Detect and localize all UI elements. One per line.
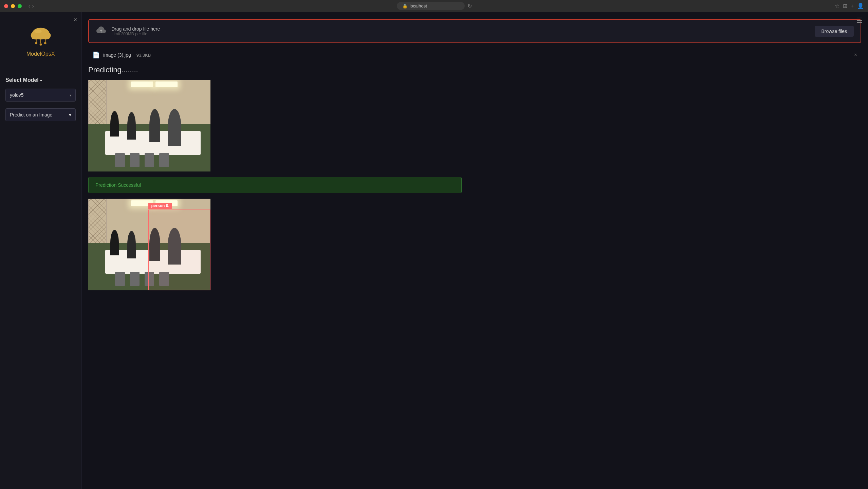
- url-text: localhost: [410, 3, 427, 8]
- chair-2: [130, 153, 140, 167]
- profile-icon[interactable]: 👤: [857, 3, 864, 9]
- file-remove-button[interactable]: ×: [854, 52, 857, 58]
- svg-point-7: [35, 42, 37, 44]
- model-select[interactable]: yolov5 ▾: [5, 89, 76, 102]
- sidebar-divider: [5, 70, 76, 70]
- lock-icon: 🔒: [402, 3, 408, 8]
- logo-model-text: Model: [26, 51, 41, 57]
- upload-text-block: Drag and drop file here Limit 200MB per …: [111, 26, 160, 36]
- svg-point-8: [39, 43, 42, 46]
- logo-opsx-text: OpsX: [41, 51, 55, 57]
- person-2: [127, 112, 136, 140]
- upload-area[interactable]: Drag and drop file here Limit 200MB per …: [88, 19, 861, 43]
- ceiling-light-2: [155, 82, 178, 87]
- chair-4: [159, 153, 169, 167]
- result-scene: person 0.: [88, 199, 210, 290]
- select-model-label: Select Model -: [5, 77, 76, 83]
- forward-button[interactable]: ›: [32, 3, 34, 9]
- sidebar: × ModelOpsX: [0, 12, 81, 489]
- file-size: 93.3KB: [136, 53, 151, 58]
- file-icon: 📄: [92, 51, 100, 59]
- predict-mode-select[interactable]: Predict on an Image ▾: [5, 108, 76, 121]
- result-chair-2: [130, 272, 140, 286]
- result-person-1: [110, 230, 119, 256]
- result-image-container: person 0.: [88, 199, 210, 290]
- extensions-icon[interactable]: ⊞: [843, 3, 847, 9]
- close-window-button[interactable]: [4, 4, 8, 8]
- browser-right-controls: ☆ ⊞ + 👤: [835, 3, 864, 9]
- upload-left: Drag and drop file here Limit 200MB per …: [96, 25, 160, 37]
- person-3: [149, 109, 160, 142]
- ceiling-light-1: [131, 82, 153, 87]
- browser-controls: ‹ ›: [4, 3, 34, 9]
- plus-icon[interactable]: +: [851, 3, 854, 9]
- bookmark-icon[interactable]: ☆: [835, 3, 839, 9]
- predict-mode-value: Predict on an Image: [10, 112, 52, 117]
- predict-mode-chevron: ▾: [69, 112, 71, 117]
- person-4: [168, 109, 181, 146]
- detection-label: person 0.: [148, 203, 172, 209]
- main-menu-icon[interactable]: ☰: [856, 16, 863, 24]
- file-row: 📄 image (3).jpg 93.3KB ×: [88, 49, 861, 61]
- chair-3: [145, 153, 154, 167]
- browse-files-button[interactable]: Browse files: [815, 26, 854, 37]
- reload-icon[interactable]: ↻: [467, 3, 472, 9]
- result-lattice: [88, 199, 107, 249]
- model-select-chevron: ▾: [70, 93, 71, 97]
- logo-container: ModelOpsX: [5, 18, 76, 67]
- browser-center: 🔒 localhost ↻: [397, 2, 472, 10]
- upload-cloud-icon: [96, 25, 107, 37]
- original-scene: [88, 80, 210, 171]
- original-image-container: [88, 80, 210, 171]
- result-person-2: [127, 231, 136, 258]
- detection-box-person: person 0.: [148, 210, 210, 290]
- model-select-value: yolov5: [10, 92, 23, 98]
- predicting-status-text: Predicting........: [88, 66, 861, 74]
- success-text: Prediction Successful: [95, 182, 141, 188]
- chair-1: [115, 153, 125, 167]
- file-name: image (3).jpg: [103, 52, 131, 58]
- drag-drop-text: Drag and drop file here: [111, 26, 160, 32]
- svg-point-10: [34, 30, 41, 33]
- sidebar-close-button[interactable]: ×: [73, 16, 77, 23]
- back-button[interactable]: ‹: [29, 3, 30, 9]
- result-image: person 0.: [88, 199, 210, 290]
- file-limit-text: Limit 200MB per file: [111, 32, 160, 36]
- original-image: [88, 80, 210, 171]
- svg-rect-3: [32, 35, 49, 39]
- browser-chrome: ‹ › 🔒 localhost ↻ ☆ ⊞ + 👤: [0, 0, 868, 12]
- app-layout: × ModelOpsX: [0, 12, 868, 489]
- main-content: ☰ Drag and drop file here Limit 200MB pe…: [81, 12, 868, 489]
- success-banner: Prediction Successful: [88, 177, 462, 193]
- logo-text: ModelOpsX: [26, 51, 55, 57]
- browser-navigation: ‹ ›: [29, 3, 34, 9]
- person-1: [110, 111, 119, 137]
- result-chair-1: [115, 272, 125, 286]
- lattice-left: [88, 80, 107, 130]
- minimize-window-button[interactable]: [11, 4, 15, 8]
- logo-icon: [27, 24, 54, 48]
- svg-point-9: [44, 42, 47, 44]
- address-bar[interactable]: 🔒 localhost: [397, 2, 465, 10]
- maximize-window-button[interactable]: [18, 4, 22, 8]
